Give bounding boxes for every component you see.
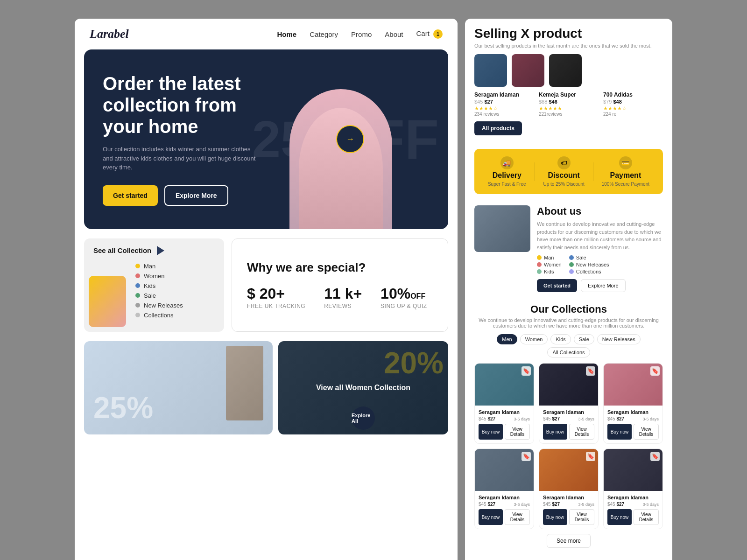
nav-category[interactable]: Category (310, 30, 338, 38)
about-explore-button[interactable]: Explore More (581, 279, 625, 292)
selling-description: Our best selling products in the last mo… (474, 43, 663, 49)
filter-tab-new-releases[interactable]: New Releases (597, 334, 641, 344)
buy-button-4[interactable]: Buy now (479, 509, 503, 525)
product-card-3: 🔖 Seragam Idaman $45 $27 3-5 days Buy no… (603, 363, 663, 444)
filter-tab-men[interactable]: Men (497, 334, 517, 344)
payment-label: Payment (610, 171, 641, 180)
about-get-started-button[interactable]: Get started (537, 279, 577, 292)
filter-tab-sale[interactable]: Sale (574, 334, 594, 344)
about-description: We continue to develop innovative and cu… (537, 220, 663, 251)
about-cat-new-releases: New Releases (569, 262, 609, 267)
view-button-3[interactable]: View Details (634, 424, 659, 440)
ddp-delivery: 🚚 Delivery Super Fast & Free (488, 156, 526, 187)
product-info-2: Kemeja Super $68 $46 ★★★★★ 221reviews (539, 91, 599, 117)
view-button-2[interactable]: View Details (569, 424, 594, 440)
product-card-name-5: Seragam Idaman (543, 495, 594, 500)
hero-title: Order the latest collection from your ho… (103, 73, 261, 137)
ddp-payment: 💳 Payment 100% Secure Payment (602, 156, 649, 187)
all-products-button[interactable]: All products (474, 121, 522, 135)
product-card-2: 🔖 Seragam Idaman $45 $27 3-5 days Buy no… (539, 363, 599, 444)
product-card-name-3: Seragam Idaman (607, 409, 659, 415)
view-button-1[interactable]: View Details (505, 424, 530, 440)
promo-left-percent: 25% (93, 391, 153, 425)
promo-right-image: 20% View all Women Collection Explore Al… (278, 341, 448, 434)
about-content: About us We continue to develop innovati… (537, 205, 663, 292)
filter-tabs: Men Women Kids Sale New Releases All Col… (474, 334, 663, 357)
filter-tab-all[interactable]: All Collections (547, 347, 590, 357)
buy-button-2[interactable]: Buy now (543, 424, 567, 440)
hero-explore-circle[interactable]: → (336, 125, 364, 153)
stat-tracking: $ 20+ FREE UK TRACKING (247, 286, 305, 309)
stat-tracking-value: $ 20+ (247, 286, 305, 301)
discount-subtitle: Up to 25% Discount (543, 182, 585, 187)
bookmark-5[interactable]: 🔖 (586, 452, 595, 461)
nav-links: Home Category Promo About Cart 1 (277, 29, 443, 39)
filter-tab-kids[interactable]: Kids (550, 334, 571, 344)
delivery-subtitle: Super Fast & Free (488, 182, 526, 187)
product-info-1: Seragam Idaman $45 $27 ★★★★☆ 234 reviews (474, 91, 534, 117)
discount-label: Discount (548, 171, 579, 180)
arrow-icon (157, 246, 164, 255)
discount-icon: 🏷 (557, 156, 571, 169)
special-card: Why we are special? $ 20+ FREE UK TRACKI… (232, 238, 448, 332)
buy-button-1[interactable]: Buy now (479, 424, 503, 440)
buy-button-6[interactable]: Buy now (607, 509, 632, 525)
product-card-name-6: Seragam Idaman (607, 495, 659, 500)
stat-reviews-label: REVIEWS (324, 303, 362, 309)
cat-dot-women (135, 273, 140, 278)
product-card-6: 🔖 Seragam Idaman $45 $27 3-5 days Buy no… (603, 448, 663, 529)
cat-dot-collections (135, 313, 140, 317)
about-cat-collections: Collections (569, 269, 609, 274)
bookmark-2[interactable]: 🔖 (586, 366, 595, 376)
view-button-6[interactable]: View Details (634, 509, 659, 525)
product-card-5: 🔖 Seragam Idaman $45 $27 3-5 days Buy no… (539, 448, 599, 529)
about-image (474, 205, 530, 252)
see-all-link[interactable]: See all Collection (93, 246, 215, 255)
explore-all-circle[interactable]: Explore All (352, 406, 375, 430)
ddp-discount: 🏷 Discount Up to 25% Discount (543, 156, 585, 187)
cat-dot-kids (135, 283, 140, 288)
product-thumb-2 (512, 54, 544, 87)
about-section: About us We continue to develop innovati… (465, 200, 672, 298)
about-cat-kids: Kids (537, 269, 562, 274)
about-cat-sale: Sale (569, 255, 609, 260)
stars-1: ★★★★☆ (474, 105, 534, 112)
stars-3: ★★★★☆ (603, 105, 663, 112)
stat-tracking-label: FREE UK TRACKING (247, 303, 305, 309)
nav-cart[interactable]: Cart 1 (416, 29, 443, 39)
view-button-5[interactable]: View Details (569, 509, 594, 525)
cat-women: Women (135, 273, 215, 280)
product-thumb-1 (474, 54, 507, 87)
nav-about[interactable]: About (385, 30, 403, 38)
bookmark-3[interactable]: 🔖 (650, 366, 660, 376)
product-info-3: 700 Adidas $79 $48 ★★★★☆ 224 re (603, 91, 663, 117)
buy-button-3[interactable]: Buy now (607, 424, 632, 440)
see-more-button[interactable]: See more (547, 534, 591, 548)
cat-kids: Kids (135, 282, 215, 289)
hero-section: Order the latest collection from your ho… (84, 49, 448, 229)
product-card-name-2: Seragam Idaman (543, 409, 594, 415)
bookmark-1[interactable]: 🔖 (521, 366, 531, 376)
bookmark-4[interactable]: 🔖 (521, 452, 531, 461)
selling-title: Selling X product (474, 26, 663, 41)
promo-right-text: View all Women Collection (316, 384, 410, 392)
stats-row: $ 20+ FREE UK TRACKING 11 k+ REVIEWS 10%… (247, 286, 433, 309)
stat-discount-value: 10%OFF (381, 286, 427, 301)
hero-explore-button[interactable]: Explore More (164, 185, 228, 206)
left-panel: Larabel Home Category Promo About Cart 1… (75, 19, 458, 560)
collection-card: See all Collection Man Women Kid (84, 238, 224, 332)
hero-get-started-button[interactable]: Get started (103, 185, 158, 206)
buy-button-5[interactable]: Buy now (543, 509, 567, 525)
promo-row: 25% 20% View all Women Collection Explor… (84, 341, 448, 434)
selling-product-info-row: Seragam Idaman $45 $27 ★★★★☆ 234 reviews… (474, 91, 663, 117)
bookmark-6[interactable]: 🔖 (650, 452, 660, 461)
nav-home[interactable]: Home (277, 30, 297, 38)
view-button-4[interactable]: View Details (505, 509, 530, 525)
products-grid: 🔖 Seragam Idaman $45 $27 3-5 days Buy no… (474, 363, 663, 529)
about-buttons: Get started Explore More (537, 279, 663, 292)
right-panel: Selling X product Our best selling produ… (465, 19, 672, 560)
stat-discount: 10%OFF SING UP & QUIZ (381, 286, 427, 309)
filter-tab-women[interactable]: Women (520, 334, 548, 344)
nav-promo[interactable]: Promo (351, 30, 372, 38)
bringing-section: Bringing you the elements of style We co… (465, 557, 672, 560)
